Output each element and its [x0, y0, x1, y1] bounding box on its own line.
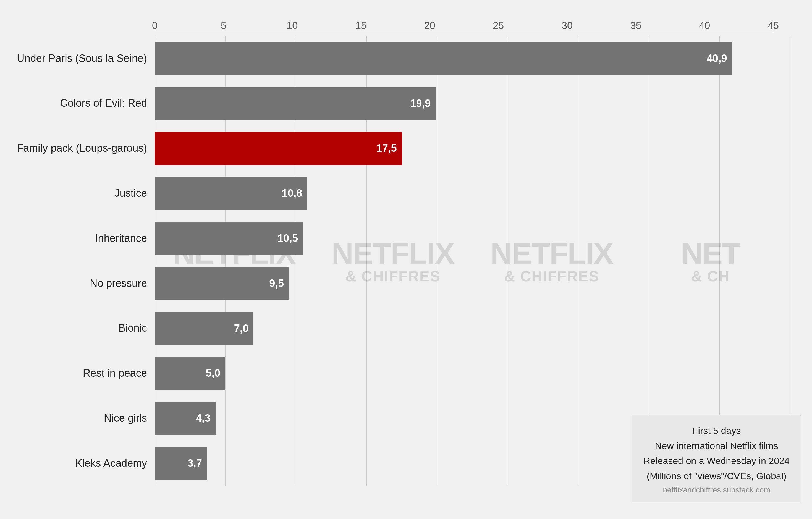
bar-fill-0: 40,9: [155, 42, 732, 75]
x-tick-30: 30: [561, 20, 573, 31]
bar-fill-9: 3,7: [155, 446, 207, 480]
x-tick-40: 40: [699, 20, 710, 31]
x-tick-0: 0: [152, 20, 157, 31]
legend-line-0: First 5 days: [643, 423, 790, 438]
bar-label-3: Justice: [17, 171, 155, 216]
bar-value-8: 4,3: [196, 412, 211, 424]
legend-line-2: Released on a Wednesday in 2024: [643, 453, 790, 468]
bar-label-6: Bionic: [17, 306, 155, 351]
bar-fill-6: 7,0: [155, 312, 254, 345]
bar-row-5: 9,5: [155, 261, 790, 306]
legend-url: netflixandchiffres.substack.com: [643, 486, 790, 494]
bar-fill-8: 4,3: [155, 402, 215, 435]
legend-line-1: New international Netflix films: [643, 438, 790, 453]
bar-label-0: Under Paris (Sous la Seine): [17, 36, 155, 81]
bar-row-7: 5,0: [155, 351, 790, 396]
labels-column: Under Paris (Sous la Seine)Colors of Evi…: [17, 36, 155, 486]
bar-label-5: No pressure: [17, 261, 155, 306]
bar-label-7: Rest in peace: [17, 351, 155, 396]
bar-row-6: 7,0: [155, 306, 790, 351]
bar-value-4: 10,5: [278, 232, 298, 244]
bar-label-4: Inheritance: [17, 216, 155, 261]
bar-fill-2: 17,5: [155, 132, 402, 165]
bar-value-6: 7,0: [234, 322, 249, 335]
x-axis-top: 051015202530354045: [155, 17, 773, 33]
x-tick-45: 45: [768, 20, 779, 31]
bar-row-3: 10,8: [155, 171, 790, 216]
x-tick-5: 5: [221, 20, 226, 31]
chart-container: 051015202530354045 Under Paris (Sous la …: [0, 0, 812, 519]
bar-label-8: Nice girls: [17, 396, 155, 441]
bar-fill-4: 10,5: [155, 222, 303, 255]
bar-fill-5: 9,5: [155, 267, 289, 300]
bar-label-1: Colors of Evil: Red: [17, 81, 155, 126]
bar-row-2: 17,5: [155, 126, 790, 171]
bar-row-0: 40,9: [155, 36, 790, 81]
x-tick-10: 10: [287, 20, 298, 31]
x-tick-20: 20: [424, 20, 435, 31]
bar-fill-1: 19,9: [155, 87, 436, 120]
bar-value-1: 19,9: [410, 97, 431, 110]
legend-line-3: (Millions of "views"/CVEs, Global): [643, 468, 790, 483]
bar-value-0: 40,9: [707, 53, 727, 64]
bar-value-3: 10,8: [282, 188, 302, 199]
bar-label-2: Family pack (Loups-garous): [17, 126, 155, 171]
bar-value-2: 17,5: [376, 142, 397, 154]
x-tick-15: 15: [355, 20, 367, 31]
bar-fill-3: 10,8: [155, 177, 307, 210]
bar-label-9: Kleks Academy: [17, 441, 155, 486]
bar-value-5: 9,5: [269, 278, 284, 289]
legend-box: First 5 daysNew international Netflix fi…: [632, 415, 801, 502]
bar-row-1: 19,9: [155, 81, 790, 126]
bar-fill-7: 5,0: [155, 357, 225, 390]
bar-value-9: 3,7: [187, 457, 202, 469]
x-tick-35: 35: [631, 20, 641, 31]
x-tick-25: 25: [493, 20, 504, 31]
bar-value-7: 5,0: [206, 367, 221, 379]
bar-row-4: 10,5: [155, 216, 790, 261]
